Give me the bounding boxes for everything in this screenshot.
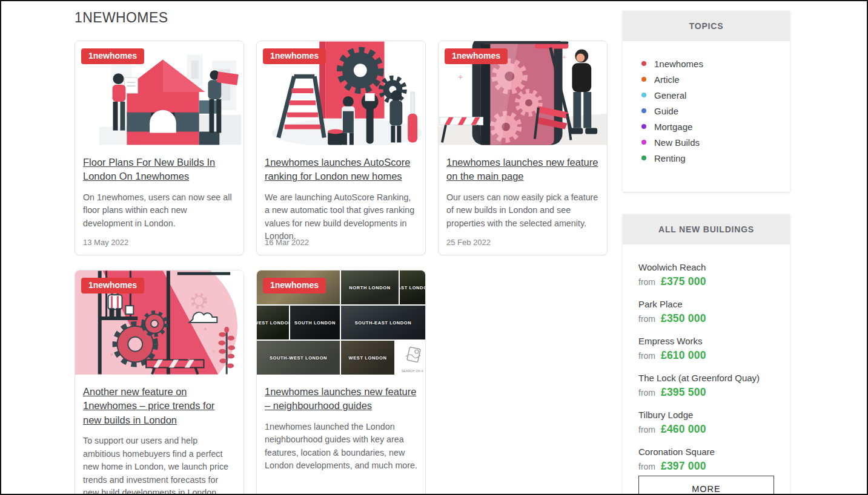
collage-tile: SOUTH-WEST LONDON: [257, 341, 340, 375]
topic-item-new-builds[interactable]: New Builds: [641, 134, 790, 150]
card-image[interactable]: × × × ○ 1newhomes: [75, 270, 244, 375]
card-title-link[interactable]: 1newhomes launches new feature – neighbo…: [265, 386, 416, 411]
card-date: 25 Feb 2022: [446, 238, 491, 247]
topic-label: Guide: [654, 106, 678, 116]
topic-color-dot: [641, 108, 646, 113]
collage-label: WEST LONDON: [257, 320, 289, 326]
building-name: Tilbury Lodge: [638, 409, 780, 421]
building-price: £397 000: [661, 460, 706, 473]
topic-label: Renting: [654, 153, 686, 163]
card-body: 1newhomes launches new feature on the ma…: [439, 145, 607, 230]
collage-label: WEST LONDON: [349, 355, 387, 361]
collage-label: SOUTH-WEST LONDON: [270, 355, 327, 361]
topic-label: 1newhomes: [654, 59, 703, 69]
card-title-link[interactable]: Floor Plans For New Builds In London On …: [83, 157, 215, 182]
collage-label: EAST LONDON: [400, 285, 425, 290]
collage-label: SOUTH LONDON: [294, 320, 336, 326]
card-badge[interactable]: 1newhomes: [263, 278, 326, 293]
building-item[interactable]: Park Place from£350 000: [638, 298, 780, 325]
topic-color-dot: [641, 124, 646, 129]
page-title: 1NEWHOMES: [75, 10, 168, 26]
topic-color-dot: [641, 61, 646, 66]
card-body: Another new feature on 1newhomes – price…: [75, 375, 244, 495]
topic-label: Article: [654, 74, 680, 85]
building-price: £375 000: [661, 275, 706, 288]
card-title-link[interactable]: 1newhomes launches new feature on the ma…: [446, 157, 598, 182]
topic-color-dot: [641, 140, 646, 145]
card-body: Floor Plans For New Builds In London On …: [75, 145, 244, 230]
card-body: 1newhomes launches new feature – neighbo…: [257, 375, 425, 473]
more-button[interactable]: MORE: [638, 476, 774, 495]
building-item[interactable]: Empress Works from£610 000: [638, 335, 780, 362]
building-price: £350 000: [661, 312, 706, 325]
card-excerpt: 1newhomes launched the London neighbourh…: [265, 421, 417, 473]
collage-tile: EAST LONDON: [400, 270, 425, 304]
building-from-label: from: [638, 277, 655, 287]
collage-tile: WEST LONDON: [257, 306, 289, 339]
topic-item-guide[interactable]: Guide: [641, 103, 790, 119]
card-title-link[interactable]: Another new feature on 1newhomes – price…: [83, 386, 214, 425]
blog-page: { "page": { "title": "1NEWHOMES" }, "bad…: [0, 0, 868, 495]
card-body: 1newhomes launches AutoScore ranking for…: [257, 145, 425, 243]
building-from-label: from: [638, 388, 655, 398]
building-item[interactable]: Coronation Square from£397 000: [638, 446, 780, 473]
building-name: Woolwich Reach: [638, 261, 780, 274]
map-sketch-icon: [403, 344, 424, 365]
collage-label: NORTH LONDON: [349, 285, 390, 290]
card-image[interactable]: 1newhomes: [75, 41, 244, 145]
topic-item-renting[interactable]: Renting: [641, 150, 790, 166]
topic-color-dot: [641, 156, 646, 160]
topic-color-dot: [641, 77, 646, 82]
buildings-list: Woolwich Reach from£375 000 Park Place f…: [623, 244, 790, 473]
card-badge[interactable]: 1newhomes: [445, 48, 508, 64]
svg-text:+: +: [563, 53, 566, 61]
collage-tile: WEST LONDON: [341, 341, 394, 375]
card-badge[interactable]: 1newhomes: [81, 48, 144, 64]
card-badge[interactable]: 1newhomes: [81, 278, 144, 293]
svg-text:○: ○: [212, 349, 215, 354]
article-card: NORTH LONDON EAST LONDON WEST LONDON SOU…: [256, 270, 426, 495]
building-from-label: from: [638, 351, 655, 361]
article-grid: 1newhomes Floor Plans For New Builds In …: [75, 41, 608, 495]
building-from-label: from: [638, 425, 655, 434]
svg-text:×: ×: [110, 352, 113, 358]
article-card: 1newhomes 1newhomes launches AutoScore r…: [256, 41, 426, 255]
card-image[interactable]: + +: [439, 41, 607, 145]
card-title-link[interactable]: 1newhomes launches AutoScore ranking for…: [265, 157, 410, 182]
card-excerpt: Our users can now easily pick a feature …: [446, 191, 599, 230]
building-item[interactable]: The Lock (at Greenford Quay) from£395 50…: [638, 372, 780, 399]
building-name: Empress Works: [638, 335, 780, 347]
topic-item-article[interactable]: Article: [641, 71, 790, 87]
card-image[interactable]: 1newhomes: [257, 41, 425, 145]
building-name: Coronation Square: [638, 446, 780, 458]
topic-item-general[interactable]: General: [641, 87, 790, 103]
buildings-panel: ALL NEW BUILDINGS Woolwich Reach from£37…: [623, 214, 790, 495]
card-excerpt: On 1newhomes, users can now see all floo…: [83, 191, 236, 230]
topic-item-1newhomes[interactable]: 1newhomes: [641, 56, 790, 71]
topic-color-dot: [641, 93, 646, 97]
topic-label: General: [654, 90, 686, 100]
topics-panel: TOPICS 1newhomes Article General Guide M…: [623, 11, 790, 192]
building-price: £610 000: [661, 349, 706, 362]
card-badge[interactable]: 1newhomes: [263, 48, 326, 64]
topics-list: 1newhomes Article General Guide Mortgage…: [623, 41, 790, 166]
building-from-label: from: [638, 314, 655, 324]
card-excerpt: To support our users and help ambitious …: [83, 434, 236, 495]
building-price: £395 500: [661, 386, 706, 399]
topic-label: Mortgage: [654, 122, 692, 132]
topic-item-mortgage[interactable]: Mortgage: [641, 119, 790, 134]
collage-tile: SEARCH ON A: [396, 341, 425, 375]
topics-header: TOPICS: [623, 11, 790, 41]
article-card: × × × ○ 1newhomes Another new feature on…: [75, 270, 244, 495]
buildings-header: ALL NEW BUILDINGS: [623, 214, 790, 244]
topic-label: New Builds: [654, 137, 700, 148]
building-name: The Lock (at Greenford Quay): [638, 372, 780, 384]
building-item[interactable]: Tilbury Lodge from£460 000: [638, 409, 780, 436]
svg-text:×: ×: [204, 326, 207, 332]
card-image[interactable]: NORTH LONDON EAST LONDON WEST LONDON SOU…: [257, 270, 425, 375]
article-card: + +: [438, 41, 608, 255]
building-name: Park Place: [638, 298, 780, 310]
collage-tile: SOUTH LONDON: [290, 306, 340, 339]
building-item[interactable]: Woolwich Reach from£375 000: [638, 261, 780, 288]
building-price: £460 000: [661, 423, 706, 436]
